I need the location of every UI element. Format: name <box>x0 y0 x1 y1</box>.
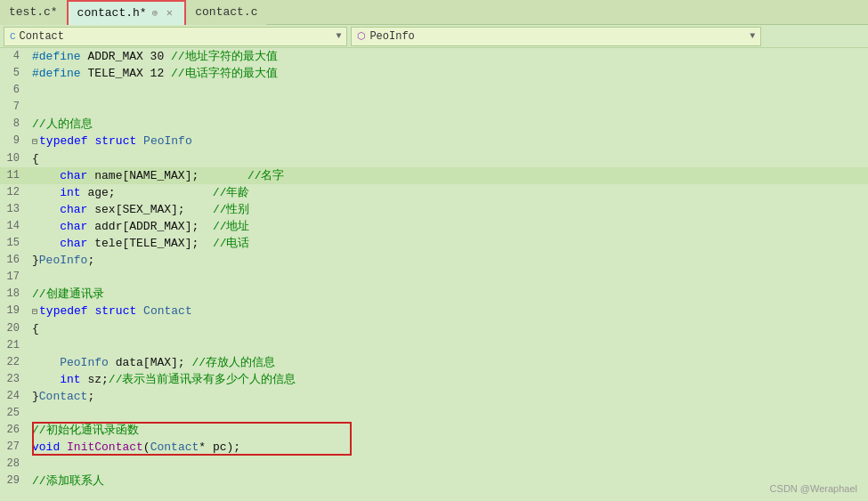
code-text: //人的信息 <box>32 116 868 133</box>
line-number: 6 <box>0 82 27 99</box>
code-text: char addr[ADDR_MAX]; //地址 <box>32 218 868 235</box>
code-text: { <box>32 320 868 337</box>
table-row: 11 char name[NAME_MAX]; //名字 <box>0 167 868 184</box>
pin-icon[interactable]: ⊕ <box>152 7 158 19</box>
table-row: 26 //初始化通讯录函数 <box>0 422 868 439</box>
fold-icon[interactable]: ⊟ <box>32 137 37 147</box>
peoinfo-icon: ⬡ <box>357 30 366 42</box>
code-text: ⊟typedef struct Contact <box>32 303 868 320</box>
line-number: 11 <box>0 167 27 184</box>
code-text <box>32 337 868 354</box>
line-number: 16 <box>0 252 27 269</box>
code-text: char tele[TELE_MAX]; //电话 <box>32 235 868 252</box>
line-number: 28 <box>0 456 27 473</box>
line-number: 25 <box>0 405 27 422</box>
code-text: //添加联系人 <box>32 473 868 489</box>
code-area: 4 #define ADDR_MAX 30 //地址字符的最大值 5 #defi… <box>0 48 868 501</box>
fold-icon-2[interactable]: ⊟ <box>32 307 37 317</box>
code-lines: 4 #define ADDR_MAX 30 //地址字符的最大值 5 #defi… <box>0 48 868 501</box>
table-row: 15 char tele[TELE_MAX]; //电话 <box>0 235 868 252</box>
breadcrumb-right-label: PeoInfo <box>369 30 414 43</box>
breadcrumb-left[interactable]: C Contact ▼ <box>4 27 347 46</box>
line-number: 24 <box>0 388 27 405</box>
line-number: 22 <box>0 354 27 371</box>
code-text <box>32 99 868 116</box>
code-text: char sex[SEX_MAX]; //性别 <box>32 201 868 218</box>
code-text <box>32 82 868 99</box>
table-row: 6 <box>0 82 868 99</box>
table-row: 12 int age; //年龄 <box>0 184 868 201</box>
table-row: 25 <box>0 405 868 422</box>
tab-contact-h[interactable]: contact.h* ⊕ ✕ <box>67 0 187 25</box>
contact-icon: C <box>10 31 16 42</box>
table-row: 9 ⊟typedef struct PeoInfo <box>0 133 868 150</box>
line-number: 13 <box>0 201 27 218</box>
code-text: //创建通讯录 <box>32 286 868 303</box>
line-number: 20 <box>0 320 27 337</box>
table-row: 27 void InitContact(Contact* pc); <box>0 439 868 456</box>
close-icon[interactable]: ✕ <box>163 7 175 20</box>
line-number: 14 <box>0 218 27 235</box>
line-number: 7 <box>0 99 27 116</box>
tab-contact-h-label: contact.h* <box>77 6 147 20</box>
code-text: int age; //年龄 <box>32 184 868 201</box>
tab-contact-c[interactable]: contact.c <box>186 0 266 25</box>
line-number: 9 <box>0 133 27 149</box>
line-number: 5 <box>0 65 27 82</box>
line-number: 15 <box>0 235 27 252</box>
toolbar: C Contact ▼ ⬡ PeoInfo ▼ <box>0 25 868 48</box>
line-number: 18 <box>0 286 27 303</box>
line-number: 21 <box>0 337 27 354</box>
table-row: 20 { <box>0 320 868 337</box>
line-number: 19 <box>0 303 27 319</box>
line-number: 8 <box>0 116 27 133</box>
breadcrumb-left-arrow: ▼ <box>336 31 341 41</box>
watermark: CSDN @Weraphael <box>770 483 857 494</box>
line-number: 27 <box>0 439 27 456</box>
table-row: 18 //创建通讯录 <box>0 286 868 303</box>
code-text <box>32 456 868 473</box>
code-text: int sz;//表示当前通讯录有多少个人的信息 <box>32 371 868 388</box>
code-text: }PeoInfo; <box>32 252 868 269</box>
breadcrumb-right[interactable]: ⬡ PeoInfo ▼ <box>351 27 761 46</box>
line-number: 10 <box>0 150 27 167</box>
tab-bar: test.c* contact.h* ⊕ ✕ contact.c <box>0 0 868 25</box>
tab-contact-c-label: contact.c <box>195 5 257 19</box>
red-box-section: 26 //初始化通讯录函数 27 void InitContact(Contac… <box>0 422 868 456</box>
table-row: 17 <box>0 269 868 286</box>
code-text: void InitContact(Contact* pc); <box>32 439 868 456</box>
breadcrumb-left-label: Contact <box>20 30 64 43</box>
table-row: 14 char addr[ADDR_MAX]; //地址 <box>0 218 868 235</box>
table-row: 19 ⊟typedef struct Contact <box>0 303 868 320</box>
table-row: 7 <box>0 99 868 116</box>
line-number: 29 <box>0 473 27 489</box>
table-row: 21 <box>0 337 868 354</box>
code-text <box>32 269 868 286</box>
code-text: //初始化通讯录函数 <box>32 422 868 439</box>
table-row: 13 char sex[SEX_MAX]; //性别 <box>0 201 868 218</box>
code-text: PeoInfo data[MAX]; //存放人的信息 <box>32 354 868 371</box>
breadcrumb-right-arrow: ▼ <box>750 31 755 41</box>
line-number: 26 <box>0 422 27 439</box>
line-number: 23 <box>0 371 27 388</box>
table-row: 28 <box>0 456 868 473</box>
code-text: ⊟typedef struct PeoInfo <box>32 133 868 150</box>
code-text: char name[NAME_MAX]; //名字 <box>32 167 868 184</box>
code-text: { <box>32 150 868 167</box>
table-row: 16 }PeoInfo; <box>0 252 868 269</box>
table-row: 4 #define ADDR_MAX 30 //地址字符的最大值 <box>0 48 868 65</box>
line-number: 4 <box>0 48 27 65</box>
code-text: }Contact; <box>32 388 868 405</box>
table-row: 23 int sz;//表示当前通讯录有多少个人的信息 <box>0 371 868 388</box>
line-number: 17 <box>0 269 27 286</box>
table-row: 5 #define TELE_MAX 12 //电话字符的最大值 <box>0 65 868 82</box>
table-row: 8 //人的信息 <box>0 116 868 133</box>
tab-test[interactable]: test.c* <box>0 0 67 25</box>
table-row: 10 { <box>0 150 868 167</box>
code-text <box>32 405 868 422</box>
code-text: #define TELE_MAX 12 //电话字符的最大值 <box>32 65 868 82</box>
tab-test-label: test.c* <box>9 5 58 19</box>
line-number: 12 <box>0 184 27 201</box>
table-row: 29 //添加联系人 <box>0 473 868 489</box>
code-text: #define ADDR_MAX 30 //地址字符的最大值 <box>32 48 868 65</box>
